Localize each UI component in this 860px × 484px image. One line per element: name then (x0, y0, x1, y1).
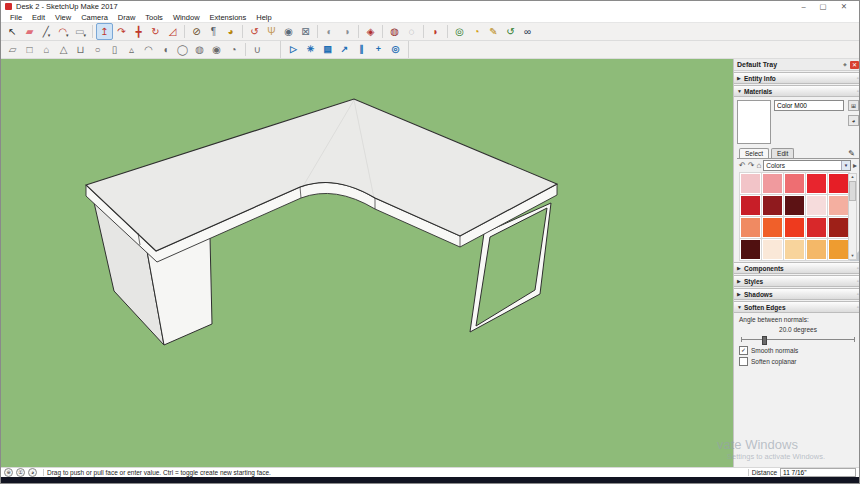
shape-sphere-tool[interactable]: ◉ (208, 41, 225, 58)
section-components[interactable]: ▶ Components ◦ (734, 262, 860, 274)
color-swatch-4[interactable] (828, 173, 849, 194)
shape-cone-tool[interactable]: △ (55, 41, 72, 58)
measurement-input[interactable] (780, 468, 856, 477)
wheel-button[interactable]: ◎ (387, 41, 404, 58)
color-swatch-12[interactable] (784, 217, 805, 238)
section-options-button[interactable]: ◦ (857, 278, 859, 284)
color-swatch-11[interactable] (762, 217, 783, 238)
section-shadows[interactable]: ▶ Shadows ◦ (734, 288, 860, 300)
in-model-icon[interactable]: ⌂ (756, 161, 761, 170)
model-viewport[interactable] (1, 59, 733, 467)
forward-arrow-icon[interactable]: ↷ (748, 161, 755, 170)
back-arrow-icon[interactable]: ↶ (739, 161, 746, 170)
claim-credit-icon[interactable]: ◕ (28, 468, 37, 477)
scroll-down-icon[interactable]: ▼ (851, 253, 855, 259)
palette-scrollbar[interactable]: ▲ ▼ (848, 173, 857, 260)
color-swatch-5[interactable] (740, 195, 761, 216)
color-swatch-18[interactable] (806, 239, 827, 260)
tape-measure-tool[interactable]: ⊘ (188, 23, 205, 40)
color-swatch-3[interactable] (806, 173, 827, 194)
report-button[interactable]: ▤ (319, 41, 336, 58)
dropdown-caret-icon[interactable]: ▾ (48, 32, 51, 39)
details-arrow-button[interactable]: ▸ (853, 161, 857, 170)
color-swatch-19[interactable] (828, 239, 849, 260)
menu-tools[interactable]: Tools (140, 13, 168, 22)
section-materials[interactable]: ▼ Materials ◦ (734, 85, 860, 97)
section-soften-edges[interactable]: ▼ Soften Edges ◦ (734, 301, 860, 313)
section-options-button[interactable]: ◦ (857, 265, 859, 271)
next-view-tool[interactable]: ◑ (338, 23, 355, 40)
purge-model-tool[interactable]: ↺ (502, 23, 519, 40)
tab-edit[interactable]: Edit (771, 148, 794, 158)
rectangle-tool[interactable]: ▭▾ (72, 23, 89, 40)
eraser-tool[interactable]: ▰ (21, 23, 38, 40)
slider-handle[interactable] (762, 336, 767, 345)
add-location-tool[interactable]: ◔ (468, 23, 485, 40)
tab-select[interactable]: Select (739, 148, 769, 158)
scroll-up-icon[interactable]: ▲ (851, 174, 855, 180)
select-tool[interactable]: ↖ (4, 23, 21, 40)
color-swatch-2[interactable] (784, 173, 805, 194)
shape-globe-tool[interactable]: ◍ (191, 41, 208, 58)
create-material-button[interactable]: ⊞ (848, 100, 859, 111)
soften-coplanar-checkbox[interactable] (739, 357, 748, 366)
scale-tool[interactable]: ◿ (164, 23, 181, 40)
menu-extensions[interactable]: Extensions (205, 13, 252, 22)
sample-paint-icon[interactable]: ✎ (848, 149, 857, 158)
export-button[interactable]: ↗ (336, 41, 353, 58)
shape-cup-tool[interactable]: ⊔ (72, 41, 89, 58)
magnet-tool[interactable]: ∪ (249, 41, 266, 58)
color-swatch-14[interactable] (828, 217, 849, 238)
line-tool[interactable]: ╱▾ (38, 23, 55, 40)
tray-close-icon[interactable]: ✕ (850, 61, 859, 69)
section-entity-info[interactable]: ▶ Entity Info ◦ (734, 72, 860, 84)
color-swatch-1[interactable] (762, 173, 783, 194)
color-swatch-13[interactable] (806, 217, 827, 238)
arc-tool[interactable]: ◠▾ (55, 23, 72, 40)
color-swatch-6[interactable] (762, 195, 783, 216)
menu-camera[interactable]: Camera (76, 13, 113, 22)
desk-model-canvas[interactable] (1, 59, 733, 467)
shape-spike-tool[interactable]: ▵ (123, 41, 140, 58)
minimize-button[interactable]: – (801, 3, 805, 11)
material-name-input[interactable] (774, 100, 844, 111)
collection-dropdown[interactable]: Colors ▼ (763, 160, 851, 171)
chevron-down-icon[interactable]: ▼ (841, 161, 850, 170)
section-options-button[interactable]: ◦ (857, 75, 859, 81)
color-swatch-17[interactable] (784, 239, 805, 260)
shape-dome-tool[interactable]: ◠ (140, 41, 157, 58)
shape-leaf-tool[interactable]: ◖ (157, 41, 174, 58)
3d-warehouse-tool[interactable]: ◍ (386, 23, 403, 40)
color-swatch-15[interactable] (740, 239, 761, 260)
push-pull-tool[interactable]: ↥ (96, 23, 113, 40)
menu-edit[interactable]: Edit (27, 13, 50, 22)
credits-icon[interactable]: ① (16, 468, 25, 477)
angle-slider[interactable] (741, 335, 855, 343)
paint-details-button[interactable]: ◕ (848, 115, 859, 126)
shape-bucket-tool[interactable]: ▱ (4, 41, 21, 58)
section-options-button[interactable]: ◦ (857, 304, 859, 310)
shape-wedge-tool[interactable]: ◔ (225, 41, 242, 58)
add-button[interactable]: + (370, 41, 387, 58)
section-options-button[interactable]: ◦ (857, 88, 859, 94)
section-styles[interactable]: ▶ Styles ◦ (734, 275, 860, 287)
move-tool[interactable]: ╋ (130, 23, 147, 40)
geolocation-icon[interactable]: ⊕ (4, 468, 13, 477)
pan-tool[interactable]: Ψ (263, 23, 280, 40)
color-swatch-10[interactable] (740, 217, 761, 238)
menu-help[interactable]: Help (251, 13, 276, 22)
zoom-tool[interactable]: ◉ (280, 23, 297, 40)
shape-pentagon-tool[interactable]: ⌂ (38, 41, 55, 58)
pin-icon[interactable]: ⌖ (843, 61, 847, 69)
color-swatch-0[interactable] (740, 173, 761, 194)
menu-file[interactable]: File (5, 13, 27, 22)
smooth-normals-checkbox[interactable]: ✓ (739, 346, 748, 355)
rotate-tool[interactable]: ↻ (147, 23, 164, 40)
text-tool[interactable]: ¶ (205, 23, 222, 40)
menu-view[interactable]: View (50, 13, 76, 22)
search-tool[interactable]: ∞ (519, 23, 536, 40)
paint-bucket-tool[interactable]: ◕ (222, 23, 239, 40)
shape-circle-tool[interactable]: ○ (89, 41, 106, 58)
shape-blob-tool[interactable]: □ (21, 41, 38, 58)
color-swatch-8[interactable] (806, 195, 827, 216)
